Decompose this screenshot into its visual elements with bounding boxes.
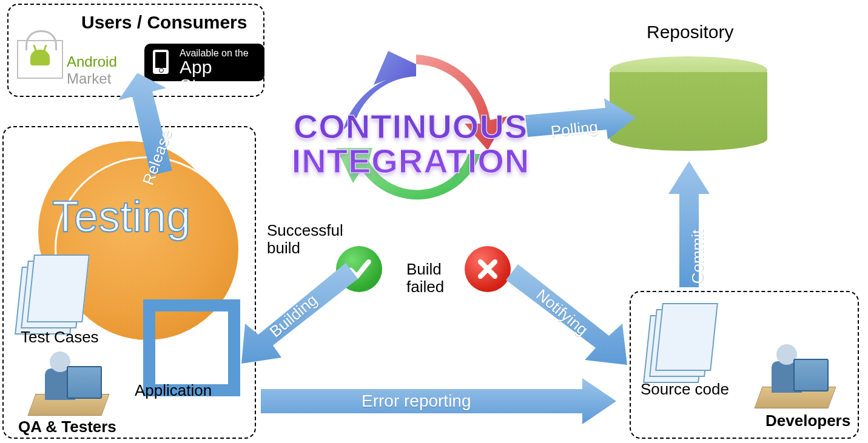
source-code-label: Source code	[641, 381, 729, 398]
consumers-title: Users / Consumers	[81, 12, 247, 32]
arrow-polling	[522, 102, 637, 150]
arrow-error-reporting	[255, 377, 619, 425]
fail-icon	[465, 246, 511, 292]
developer-person-icon	[758, 338, 831, 411]
iphone-icon	[153, 50, 169, 74]
android-market-label: Android Market	[67, 53, 117, 87]
test-cases-label: Test Cases	[21, 328, 99, 346]
application-label: Application	[135, 382, 212, 399]
ci-title: CONTINUOUSINTEGRATION	[280, 109, 541, 178]
testing-label: Testing	[52, 192, 190, 241]
arrow-notifying	[505, 251, 632, 372]
developers-title: Developers	[765, 412, 850, 430]
appstore-badge: Available on the App Store	[144, 44, 264, 81]
android-market-badge: Android Market	[17, 40, 63, 79]
qa-title: QA & Testers	[18, 418, 116, 436]
build-failed-label: Build failed	[406, 261, 473, 295]
arrow-commit	[665, 160, 713, 293]
qa-person-icon	[32, 345, 104, 418]
arrow-release	[102, 85, 187, 182]
repository-title: Repository	[647, 22, 733, 42]
arrow-building	[238, 250, 359, 371]
appstore-big: App Store	[180, 58, 256, 95]
android-robot-icon	[30, 50, 50, 65]
